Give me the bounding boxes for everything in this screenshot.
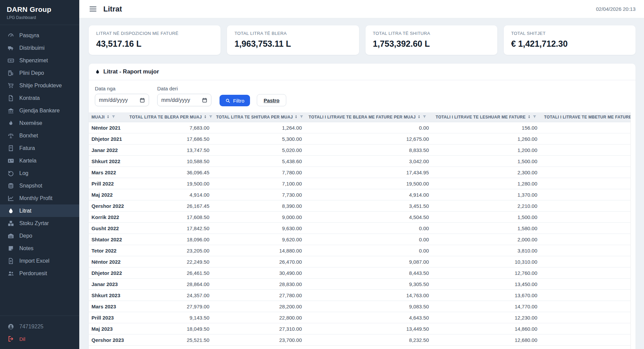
value-cell: 5,020.00 bbox=[213, 145, 306, 156]
hamburger-menu-icon[interactable] bbox=[89, 5, 97, 13]
sort-icon[interactable] bbox=[294, 115, 298, 119]
stat-card-total-litra-t-blera: TOTAL LITRA TË BLERA1,963,753.11 L bbox=[227, 25, 359, 55]
table-row: Mars 202236,096.457,780.0017,434.952,300… bbox=[89, 167, 636, 178]
value-cell bbox=[541, 301, 636, 312]
date-from-input[interactable]: mm/dd/yyyy bbox=[95, 94, 149, 106]
sidebar-item-shpenzimet[interactable]: Shpenzimet bbox=[0, 54, 79, 67]
value-cell: 28,200.00 bbox=[213, 301, 306, 312]
sidebar-item-notes[interactable]: Notes bbox=[0, 242, 79, 255]
sidebar-item-borxhet[interactable]: Borxhet bbox=[0, 129, 79, 142]
value-cell: 27,780.00 bbox=[213, 290, 306, 301]
date-to-placeholder: mm/dd/yyyy bbox=[161, 97, 199, 103]
sort-icon[interactable] bbox=[106, 115, 110, 119]
droplet-icon bbox=[7, 208, 14, 214]
truck-icon bbox=[7, 45, 14, 51]
value-cell: 19,500.00 bbox=[306, 178, 433, 189]
sidebar-item-plini-depo[interactable]: Plini Depo bbox=[0, 67, 79, 79]
value-cell: 28,830.00 bbox=[213, 279, 306, 290]
sort-icon[interactable] bbox=[527, 115, 531, 119]
sidebar-item-log[interactable]: Log bbox=[0, 167, 79, 179]
column-label: TOTALI I LITRAVE TE MBETUR ME FATURE T bbox=[544, 115, 636, 119]
filter-funnel-icon[interactable] bbox=[209, 115, 213, 119]
value-cell: 0.00 bbox=[306, 234, 433, 245]
sidebar-item-litrat[interactable]: Litrat bbox=[0, 204, 79, 217]
value-cell: 27,979.00 bbox=[127, 301, 213, 312]
clear-button[interactable]: Pastro bbox=[257, 94, 286, 106]
month-cell: Dhjetor 2022 bbox=[89, 267, 127, 279]
value-cell: 1,370.00 bbox=[433, 189, 541, 200]
value-cell: 12,680.00 bbox=[433, 334, 541, 346]
stat-card-total-litra-t-shitura: TOTAL LITRA TË SHITURA1,753,392.60 L bbox=[366, 25, 497, 55]
app-root: DARN Group LPG Dashboard PasqyraDistribu… bbox=[0, 0, 644, 349]
column-header-totali-i-litrave-te-leshuar-me-fature[interactable]: TOTALI I LITRAVE TE LESHUAR ME FATURE bbox=[433, 112, 541, 122]
datetime: 02/04/2026 20:13 bbox=[596, 6, 636, 12]
sidebar-item-snapshot[interactable]: Snapshot bbox=[0, 179, 79, 192]
sidebar-item-fatura[interactable]: Fatura bbox=[0, 142, 79, 154]
contract-icon bbox=[7, 95, 14, 102]
content: LITRAT NË DISPOZICION ME FATURË43,517.16… bbox=[79, 18, 644, 349]
sidebar-item-shitje-produkteve[interactable]: Shitje Produkteve bbox=[0, 79, 79, 92]
sidebar-item-nxem-se[interactable]: Nxemëse bbox=[0, 117, 79, 129]
value-cell: 9,305.50 bbox=[306, 279, 433, 290]
value-cell: 22,249.50 bbox=[127, 256, 213, 267]
table-scrollbar[interactable] bbox=[630, 112, 636, 349]
date-to-label: Data deri bbox=[157, 86, 211, 91]
value-cell: 17,608.50 bbox=[127, 212, 213, 223]
filter-funnel-icon[interactable] bbox=[299, 115, 304, 119]
calendar-icon[interactable] bbox=[202, 97, 207, 103]
value-cell bbox=[541, 133, 636, 145]
calendar-icon[interactable] bbox=[140, 97, 145, 103]
value-cell: 3,042.00 bbox=[306, 156, 433, 167]
column-label: TOTAL LITRA TE BLERA PER MUAJ bbox=[129, 115, 202, 119]
panel-header: Litrat - Raport mujor bbox=[89, 64, 636, 80]
filter-funnel-icon[interactable] bbox=[422, 115, 427, 119]
value-cell: 3,810.00 bbox=[433, 245, 541, 256]
warehouse-icon bbox=[7, 233, 14, 239]
value-cell: 9,000.00 bbox=[213, 212, 306, 223]
sidebar-item-distribuimi[interactable]: Distribuimi bbox=[0, 42, 79, 54]
sidebar-item-import-excel[interactable]: Import Excel bbox=[0, 255, 79, 267]
sidebar-item-gjendja-bankare[interactable]: Gjendja Bankare bbox=[0, 104, 79, 117]
value-cell: 13,747.50 bbox=[127, 145, 213, 156]
sidebar-item-kartela[interactable]: Kartela bbox=[0, 154, 79, 167]
value-cell: 17,842.50 bbox=[127, 223, 213, 234]
value-cell bbox=[541, 245, 636, 256]
idcard-icon bbox=[7, 157, 14, 164]
sidebar-item-pasqyra[interactable]: Pasqyra bbox=[0, 29, 79, 42]
value-cell: 3,451.50 bbox=[306, 200, 433, 212]
value-cell: 14,763.00 bbox=[306, 290, 433, 301]
sidebar-item-label: Import Excel bbox=[19, 258, 49, 264]
month-cell: Mars 2022 bbox=[89, 167, 127, 178]
brand-block: DARN Group LPG Dashboard bbox=[0, 0, 79, 25]
sidebar-item-kontrata[interactable]: Kontrata bbox=[0, 92, 79, 104]
column-header-totali-i-litrave-te-blera-me-fature-per-muaj[interactable]: TOTALI I LITRAVE TE BLERA ME FATURE PER … bbox=[306, 112, 433, 122]
date-to-input[interactable]: mm/dd/yyyy bbox=[157, 94, 211, 106]
sidebar-item-monthly-profit[interactable]: Monthly Profit bbox=[0, 192, 79, 204]
table-row: Shtator 202218,096.009,620.000.002,000.0… bbox=[89, 234, 636, 245]
value-cell: 13,449.50 bbox=[306, 323, 433, 334]
month-cell: Korrik 2023 bbox=[89, 346, 127, 349]
filter-button[interactable]: Filtro bbox=[220, 95, 250, 106]
sort-icon[interactable] bbox=[417, 115, 421, 119]
value-cell: 24,357.00 bbox=[127, 290, 213, 301]
table-row: Dhjetor 202117,686.505,300.0012,675.001,… bbox=[89, 133, 636, 145]
value-cell: 26,461.50 bbox=[127, 267, 213, 279]
column-label: TOTALI I LITRAVE TE LESHUAR ME FATURE bbox=[436, 115, 526, 119]
value-cell: 7,683.00 bbox=[127, 122, 213, 133]
sort-icon[interactable] bbox=[203, 115, 207, 119]
filter-funnel-icon[interactable] bbox=[111, 115, 116, 119]
column-header-muaji[interactable]: MUAJI bbox=[89, 112, 127, 122]
table-row: Janar 202328,864.0028,830.009,305.5013,4… bbox=[89, 279, 636, 290]
logout-button[interactable]: Dil bbox=[0, 333, 79, 345]
sidebar-item-stoku-zyrtar[interactable]: Stoku Zyrtar bbox=[0, 217, 79, 230]
sidebar-item-depo[interactable]: Depo bbox=[0, 230, 79, 242]
value-cell: 1,500.00 bbox=[433, 212, 541, 223]
value-cell: 10,588.50 bbox=[127, 156, 213, 167]
column-header-totali-i-litrave-te-mbetur-me-fature-t[interactable]: TOTALI I LITRAVE TE MBETUR ME FATURE T bbox=[541, 112, 636, 122]
sidebar-item-perdoruesit[interactable]: Perdoruesit bbox=[0, 267, 79, 280]
column-header-total-litra-te-shitura-per-muaj[interactable]: TOTAL LITRA TE SHITURA PER MUAJ bbox=[213, 112, 306, 122]
table-row: Shkurt 202324,357.0027,780.0014,763.0013… bbox=[89, 290, 636, 301]
value-cell: 4,504.50 bbox=[306, 212, 433, 223]
column-header-total-litra-te-blera-per-muaj[interactable]: TOTAL LITRA TE BLERA PER MUAJ bbox=[127, 112, 213, 122]
filter-funnel-icon[interactable] bbox=[533, 115, 537, 119]
